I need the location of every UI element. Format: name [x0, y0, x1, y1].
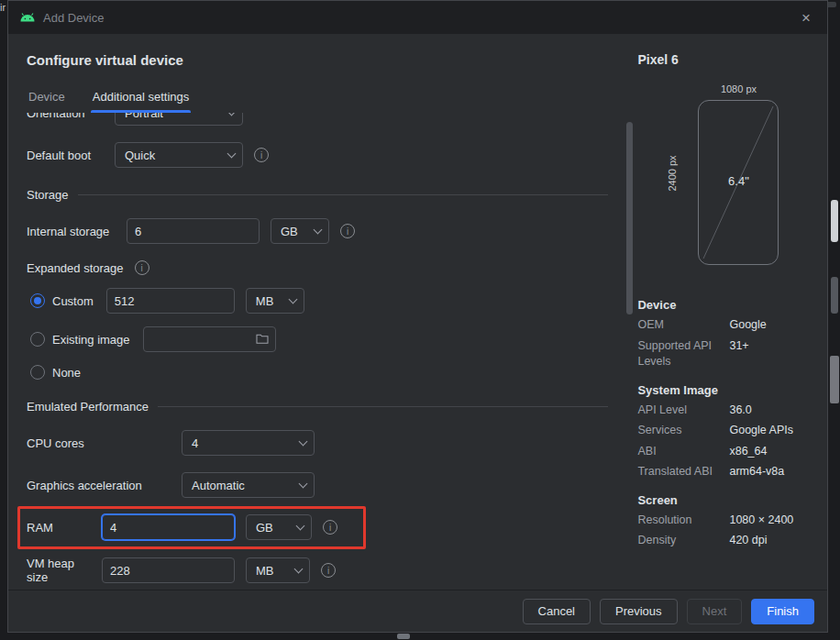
cpu-cores-row: CPU cores 4: [27, 430, 623, 456]
background-fragment: ir: [0, 2, 6, 13]
vm-heap-label: VM heap size: [27, 557, 91, 584]
scrollbar-thumb[interactable]: [626, 122, 633, 314]
services-label: Services: [637, 423, 729, 439]
custom-radio[interactable]: [30, 293, 45, 308]
detail-row: Translated ABI arm64-v8a: [637, 464, 814, 480]
resolution-label: Resolution: [637, 513, 729, 529]
page-title: Configure virtual device: [27, 52, 623, 68]
phone-outline: 6.4": [698, 100, 779, 265]
detail-row: API Level 36.0: [637, 403, 814, 419]
custom-storage-option: Custom MB: [30, 288, 623, 314]
performance-section-header: Emulated Performance: [27, 400, 623, 414]
vm-heap-row: VM heap size MB i: [27, 557, 623, 584]
background-fragment: [830, 356, 839, 403]
abi-value: x86_64: [729, 444, 767, 460]
previous-button[interactable]: Previous: [600, 599, 678, 624]
density-label: Density: [637, 533, 729, 549]
vm-heap-unit-dropdown[interactable]: MB: [246, 557, 310, 583]
form-scrollbar[interactable]: [623, 34, 637, 590]
default-boot-row: Default boot Quick i: [27, 142, 623, 168]
api-level-value: 36.0: [729, 403, 751, 419]
tab-device[interactable]: Device: [27, 83, 67, 113]
graphics-acceleration-row: Graphics acceleration Automatic: [27, 472, 623, 498]
custom-storage-unit: MB: [256, 294, 274, 308]
internal-storage-unit-dropdown[interactable]: GB: [271, 218, 329, 244]
background-fragment: [397, 634, 410, 639]
info-icon[interactable]: i: [254, 148, 269, 162]
vm-heap-input[interactable]: [102, 557, 235, 583]
detail-row: Supported API Levels 31+: [637, 338, 814, 370]
info-icon[interactable]: i: [323, 520, 337, 535]
chevron-down-icon: [227, 149, 237, 158]
ram-unit: GB: [256, 521, 273, 535]
folder-icon[interactable]: [256, 333, 269, 344]
custom-storage-unit-dropdown[interactable]: MB: [246, 288, 304, 314]
detail-row: ABI x86_64: [637, 444, 814, 460]
translated-abi-label: Translated ABI: [637, 464, 729, 480]
chevron-down-icon: [294, 564, 304, 573]
window-title: Add Device: [43, 11, 796, 25]
graphics-acceleration-value: Automatic: [192, 479, 245, 492]
api-level-label: API Level: [637, 403, 729, 419]
background-fragment: [831, 277, 838, 314]
info-icon[interactable]: i: [340, 224, 355, 238]
density-value: 420 dpi: [729, 533, 767, 549]
phone-width-label: 1080 px: [694, 83, 782, 94]
resolution-value: 1080 × 2400: [729, 513, 793, 529]
section-divider: [158, 406, 609, 407]
info-icon[interactable]: i: [321, 563, 336, 578]
chevron-down-icon: [299, 479, 308, 488]
default-boot-dropdown[interactable]: Quick: [115, 142, 243, 168]
next-button[interactable]: Next: [687, 599, 743, 624]
detail-row: Density 420 dpi: [637, 533, 814, 549]
section-divider: [78, 194, 609, 195]
close-icon[interactable]: ×: [796, 8, 816, 28]
services-value: Google APIs: [729, 423, 793, 439]
internal-storage-row: Internal storage GB i: [27, 218, 623, 244]
supported-api-label: Supported API Levels: [637, 338, 729, 370]
internal-storage-unit: GB: [281, 225, 298, 238]
chevron-down-icon: [314, 225, 323, 234]
vm-heap-unit: MB: [256, 564, 274, 578]
translated-abi-value: arm64-v8a: [729, 464, 784, 480]
existing-image-option: Existing image: [30, 326, 623, 352]
device-section-title: Device: [637, 298, 814, 312]
info-icon[interactable]: i: [135, 260, 149, 275]
supported-api-value: 31+: [729, 338, 748, 355]
existing-image-radio[interactable]: [30, 332, 45, 347]
oem-value: Google: [729, 317, 766, 334]
dialog-titlebar: Add Device ×: [8, 1, 827, 34]
internal-storage-input[interactable]: [127, 218, 260, 244]
ram-label: RAM: [27, 521, 91, 535]
ram-unit-dropdown[interactable]: GB: [246, 514, 312, 540]
none-radio[interactable]: [30, 365, 45, 380]
detail-row: Resolution 1080 × 2400: [637, 513, 814, 529]
none-option: None: [30, 365, 623, 380]
abi-label: ABI: [637, 444, 729, 460]
system-image-section-title: System Image: [637, 383, 814, 397]
finish-button[interactable]: Finish: [751, 599, 814, 624]
oem-label: OEM: [637, 317, 729, 334]
existing-image-label: Existing image: [52, 333, 130, 347]
cpu-cores-dropdown[interactable]: 4: [182, 430, 315, 456]
phone-height-label: 2400 px: [667, 146, 678, 201]
default-boot-value: Quick: [125, 149, 155, 162]
cancel-button[interactable]: Cancel: [523, 599, 591, 624]
background-scrollbar: [831, 200, 838, 242]
expanded-storage-row: Expanded storage i: [27, 260, 623, 275]
chevron-down-icon: [296, 521, 305, 530]
graphics-acceleration-dropdown[interactable]: Automatic: [182, 472, 315, 498]
add-device-dialog: Add Device × Configure virtual device De…: [7, 0, 828, 633]
custom-storage-input[interactable]: [106, 288, 235, 314]
ram-input[interactable]: [102, 514, 235, 540]
form-panel: Configure virtual device Device Addition…: [8, 34, 623, 590]
screen-section-title: Screen: [637, 493, 814, 507]
tab-additional-settings[interactable]: Additional settings: [91, 83, 192, 113]
cpu-cores-value: 4: [192, 436, 198, 450]
dialog-footer: Cancel Previous Next Finish: [8, 590, 827, 632]
phone-figure: 1080 px 2400 px 6.4": [637, 72, 814, 285]
custom-label: Custom: [52, 294, 94, 308]
ram-row: RAM GB i: [27, 514, 623, 540]
default-boot-label: Default boot: [27, 149, 104, 162]
storage-section-label: Storage: [27, 188, 69, 202]
